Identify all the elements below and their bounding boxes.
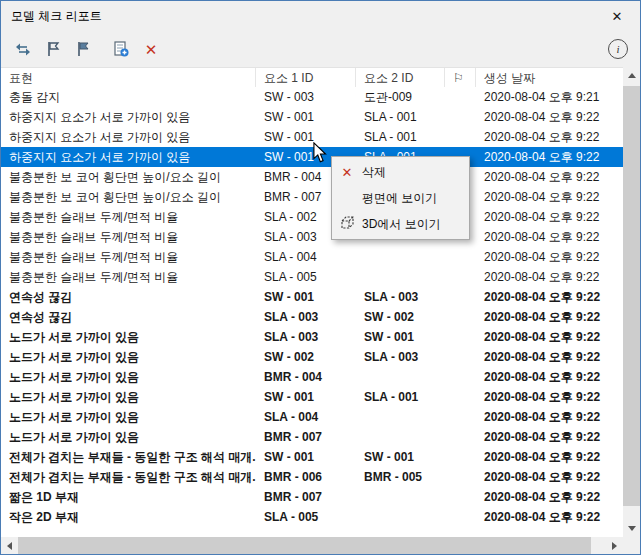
row-description: 연속성 끊김 — [1, 287, 256, 307]
table-row[interactable]: 전체가 겹치는 부재들 - 동일한 구조 해석 매개... SW - 001 S… — [1, 447, 623, 467]
scroll-left-button[interactable] — [1, 537, 18, 554]
row-flag — [445, 467, 476, 487]
arrow-down-icon — [628, 526, 636, 531]
row-created-date: 2020-08-04 오후 9:21 — [476, 87, 623, 107]
scroll-up-button[interactable] — [623, 67, 640, 84]
row-flag — [445, 487, 476, 507]
scrollbar-corner — [623, 537, 640, 554]
table-row[interactable]: 하중지지 요소가 서로 가까이 있음 SW - 001 SLA - 001 20… — [1, 107, 623, 127]
info-icon: i — [616, 43, 619, 55]
table-row[interactable]: 작은 2D 부재 SLA - 005 2020-08-04 오후 9:22 — [1, 507, 623, 527]
table-row[interactable]: 불충분한 슬래브 두께/면적 비율 SLA - 005 2020-08-04 오… — [1, 267, 623, 287]
row-created-date: 2020-08-04 오후 9:22 — [476, 407, 623, 427]
table-row[interactable]: 불충분한 슬래브 두께/면적 비율 SLA - 002 2020-08-04 오… — [1, 207, 623, 227]
info-button[interactable]: i — [608, 39, 628, 59]
table-row[interactable]: 불충분한 슬래브 두께/면적 비율 SLA - 003 2020-08-04 오… — [1, 227, 623, 247]
row-description: 불충분한 슬래브 두께/면적 비율 — [1, 247, 256, 267]
table-row[interactable]: 노드가 서로 가까이 있음 SW - 002 SLA - 003 2020-08… — [1, 347, 623, 367]
row-flag — [445, 107, 476, 127]
menu-item-label: 평면에 보이기 — [362, 190, 437, 207]
table-row[interactable]: 노드가 서로 가까이 있음 BMR - 004 2020-08-04 오후 9:… — [1, 367, 623, 387]
row-created-date: 2020-08-04 오후 9:22 — [476, 467, 623, 487]
row-flag — [445, 327, 476, 347]
arrow-left-icon — [7, 542, 12, 550]
column-header-element2-id[interactable]: 요소 2 ID — [356, 68, 445, 88]
row-description: 노드가 서로 가까이 있음 — [1, 347, 256, 367]
row-element1-id: SLA - 003 — [256, 307, 356, 327]
table-row[interactable]: 짧은 1D 부재 BMR - 007 2020-08-04 오후 9:22 — [1, 487, 623, 507]
close-button[interactable]: ✕ — [594, 1, 640, 31]
table-row[interactable]: 하중지지 요소가 서로 가까이 있음 SW - 001 SLA - 001 20… — [1, 147, 623, 167]
column-header-flag[interactable]: ⚐ — [445, 68, 476, 88]
row-element2-id: SW - 002 — [356, 307, 445, 327]
row-created-date: 2020-08-04 오후 9:22 — [476, 207, 623, 227]
row-description: 전체가 겹치는 부재들 - 동일한 구조 해석 매개... — [1, 447, 256, 467]
row-element2-id: SW - 001 — [356, 327, 445, 347]
select-elements-button[interactable] — [9, 35, 37, 63]
context-menu-item-delete[interactable]: ✕ 삭제 — [332, 159, 469, 185]
delete-button[interactable]: ✕ — [137, 35, 165, 63]
vertical-scrollbar[interactable] — [623, 67, 640, 537]
table-row[interactable]: 노드가 서로 가까이 있음 SW - 001 SLA - 001 2020-08… — [1, 387, 623, 407]
row-flag — [445, 407, 476, 427]
menu-icon-gutter — [332, 214, 362, 235]
row-element2-id: SLA - 001 — [356, 387, 445, 407]
select-elements-icon — [13, 39, 33, 59]
toolbar: ✕ — [1, 31, 640, 67]
context-menu-item-show-in-3d[interactable]: 3D에서 보이기 — [332, 211, 469, 237]
arrow-up-icon — [628, 73, 636, 78]
horizontal-scrollbar[interactable] — [1, 537, 623, 554]
titlebar[interactable]: 모델 체크 리포트 — [1, 1, 640, 31]
table-row[interactable]: 연속성 끊김 SLA - 003 SW - 002 2020-08-04 오후 … — [1, 307, 623, 327]
table-row[interactable]: 불충분한 보 코어 횡단면 높이/요소 길이 BMR - 007 2020-08… — [1, 187, 623, 207]
row-description: 연속성 끊김 — [1, 307, 256, 327]
table-row[interactable]: 불충분한 보 코어 횡단면 높이/요소 길이 BMR - 004 2020-08… — [1, 167, 623, 187]
row-element1-id: BMR - 007 — [256, 427, 356, 447]
table-row[interactable]: 불충분한 슬래브 두께/면적 비율 SLA - 004 2020-08-04 오… — [1, 247, 623, 267]
row-element1-id: SW - 003 — [256, 87, 356, 107]
row-description: 노드가 서로 가까이 있음 — [1, 327, 256, 347]
table-row[interactable]: 노드가 서로 가까이 있음 SLA - 003 SW - 001 2020-08… — [1, 327, 623, 347]
column-header-element1-id[interactable]: 요소 1 ID — [256, 68, 356, 88]
row-element1-id: BMR - 004 — [256, 367, 356, 387]
row-flag — [445, 347, 476, 367]
row-description: 작은 2D 부재 — [1, 507, 256, 527]
row-created-date: 2020-08-04 오후 9:22 — [476, 347, 623, 367]
window-title: 모델 체크 리포트 — [1, 8, 102, 25]
row-created-date: 2020-08-04 오후 9:22 — [476, 507, 623, 527]
row-element2-id — [356, 427, 445, 447]
row-element2-id: BMR - 005 — [356, 467, 445, 487]
row-element1-id: SW - 001 — [256, 447, 356, 467]
table-row[interactable]: 노드가 서로 가까이 있음 SLA - 004 2020-08-04 오후 9:… — [1, 407, 623, 427]
table-row[interactable]: 노드가 서로 가까이 있음 BMR - 007 2020-08-04 오후 9:… — [1, 427, 623, 447]
delete-icon: ✕ — [342, 165, 353, 180]
column-header-expression[interactable]: 표현 — [1, 68, 256, 88]
context-menu-item-show-in-plan[interactable]: 평면에 보이기 — [332, 185, 469, 211]
row-flag — [445, 447, 476, 467]
scroll-down-button[interactable] — [623, 520, 640, 537]
arrow-right-icon — [612, 542, 617, 550]
row-element2-id: SLA - 001 — [356, 107, 445, 127]
vertical-scroll-thumb[interactable] — [623, 86, 640, 506]
row-created-date: 2020-08-04 오후 9:22 — [476, 487, 623, 507]
flag-report-button[interactable] — [39, 35, 67, 63]
row-element1-id: SW - 001 — [256, 387, 356, 407]
row-element1-id: SW - 002 — [256, 347, 356, 367]
row-flag — [445, 87, 476, 107]
scroll-right-button[interactable] — [606, 537, 623, 554]
row-created-date: 2020-08-04 오후 9:22 — [476, 147, 623, 167]
table-row[interactable]: 하중지지 요소가 서로 가까이 있음 SW - 001 SLA - 001 20… — [1, 127, 623, 147]
row-description: 불충분한 보 코어 횡단면 높이/요소 길이 — [1, 187, 256, 207]
row-created-date: 2020-08-04 오후 9:22 — [476, 267, 623, 287]
table-row[interactable]: 전체가 겹치는 부재들 - 동일한 구조 해석 매개... BMR - 006 … — [1, 467, 623, 487]
horizontal-scroll-thumb[interactable] — [18, 537, 591, 554]
row-description: 노드가 서로 가까이 있음 — [1, 407, 256, 427]
column-header-created-date[interactable]: 생성 날짜 — [476, 68, 623, 88]
row-description: 짧은 1D 부재 — [1, 487, 256, 507]
row-element2-id — [356, 267, 445, 287]
row-element2-id: SLA - 003 — [356, 347, 445, 367]
table-row[interactable]: 충돌 감지 SW - 003 도관-009 2020-08-04 오후 9:21 — [1, 87, 623, 107]
add-report-button[interactable] — [107, 35, 135, 63]
flag-button[interactable] — [69, 35, 97, 63]
table-row[interactable]: 연속성 끊김 SW - 001 SLA - 003 2020-08-04 오후 … — [1, 287, 623, 307]
